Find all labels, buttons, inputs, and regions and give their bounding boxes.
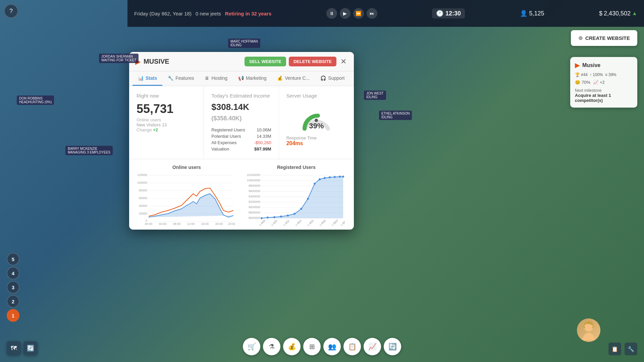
delete-website-button[interactable]: DELETE WEBSITE (289, 57, 336, 66)
play-fast-button[interactable]: ⏩ (353, 8, 364, 19)
registered-chart-svg: 10200000 10000000 9800000 9600000 940000… (244, 172, 345, 226)
tab-hosting[interactable]: 🖥 Hosting (199, 71, 232, 86)
toolbar-finance-button[interactable]: 💰 (283, 338, 301, 355)
stat-card-server: Server Usage 39% Response Time 204ms (279, 86, 354, 159)
svg-text:20:00: 20:00 (215, 222, 223, 226)
features-icon: 🔧 (168, 75, 173, 81)
svg-text:23:00: 23:00 (228, 222, 235, 226)
modal-header: ▶ MUSIVE SELL WEBSITE DELETE WEBSITE ✕ (129, 52, 354, 71)
svg-text:20000: 20000 (139, 212, 147, 215)
marketing-icon: 📢 (238, 75, 244, 81)
users-display: 👤 5,125 (520, 10, 544, 17)
svg-text:Day 850: Day 850 (268, 219, 278, 226)
svg-text:00:00: 00:00 (145, 222, 153, 226)
online-chart-title: Online users (135, 165, 239, 170)
stats-cards: Right now 55,731 Online users New Visito… (129, 86, 354, 159)
svg-text:9000000: 9000000 (249, 205, 260, 209)
registered-users-row: Registered Users 10.06M (211, 127, 271, 133)
tab-marketing[interactable]: 📢 Marketing (233, 71, 272, 86)
svg-text:Day 852: Day 852 (280, 219, 290, 226)
toolbar-share-button[interactable]: 🔄 (384, 338, 401, 355)
clipboard-icon[interactable]: 📋 (608, 343, 621, 355)
svg-text:04:00: 04:00 (159, 222, 167, 226)
tab-venture[interactable]: 💰 Venture C... (272, 71, 315, 86)
hosting-icon: 🖥 (205, 75, 209, 81)
svg-point-49 (319, 178, 321, 180)
svg-text:Day B60: Day B60 (328, 219, 338, 226)
response-time-value: 204ms (286, 140, 303, 146)
stats-icon: 📊 (138, 75, 144, 81)
side-panel: ▶ Musive 🏆 #44 ↑ 100% ≡ 39% 😊 70% 📈 +2 N… (570, 57, 637, 108)
pause-button[interactable]: ⏸ (326, 8, 337, 19)
toolbar-shop-button[interactable]: 🛒 (243, 338, 260, 355)
side-market: ≡ 39% (605, 72, 616, 77)
help-button[interactable]: ? (4, 4, 18, 18)
charts-area: Online users 120000 100000 80000 60000 4… (129, 159, 354, 230)
side-growth: 📈 +2 (593, 80, 605, 85)
side-satisfaction: 😊 70% (575, 80, 590, 85)
map-button[interactable]: 🗺 (7, 341, 21, 355)
arrow-up-icon: ↑ (590, 72, 592, 77)
sell-website-button[interactable]: SELL WEBSITE (245, 57, 286, 66)
income-value: $308.14K (211, 102, 249, 112)
svg-text:12:00: 12:00 (187, 222, 195, 226)
floor-5[interactable]: 5 (7, 253, 19, 265)
svg-point-48 (314, 183, 316, 185)
worker-jon: JON WEST IDLING (364, 90, 386, 100)
svg-text:8800000: 8800000 (249, 211, 260, 214)
svg-text:100000: 100000 (137, 181, 147, 184)
income-label: Today's Estimated Income (211, 93, 271, 99)
valuation-row: Valuation $97.99M (211, 146, 271, 152)
svg-text:Day 858: Day 858 (316, 219, 326, 226)
server-label: Server Usage (286, 93, 317, 99)
svg-point-43 (280, 216, 282, 218)
floor-3[interactable]: 3 (7, 281, 19, 294)
play-button[interactable]: ▶ (340, 8, 351, 19)
tab-features[interactable]: 🔧 Features (162, 71, 199, 86)
svg-text:9200000: 9200000 (249, 200, 260, 203)
create-website-button[interactable]: ⊕ CREATE WEBSITE (571, 30, 637, 46)
svg-point-40 (261, 217, 263, 219)
side-rank-up: ↑ 100% (590, 72, 603, 77)
retiring-info: Retiring in 32 years (225, 11, 271, 16)
modal-title-text: MUSIVE (144, 58, 169, 65)
svg-text:40000: 40000 (139, 204, 147, 207)
toolbar-research-button[interactable]: ⚗ (263, 338, 280, 355)
day-info: Friday (Day 862, Year 18) (134, 11, 192, 16)
svg-point-52 (334, 176, 336, 178)
toolbar-people-button[interactable]: 👥 (323, 338, 341, 355)
svg-point-46 (300, 208, 302, 210)
bottom-left-controls: 🗺 🔄 (7, 341, 38, 355)
modal-tabs: 📊 Stats 🔧 Features 🖥 Hosting 📢 Marketing… (129, 71, 354, 86)
top-bar: Friday (Day 862, Year 18) 0 new jeets Re… (127, 0, 644, 27)
fast-forward-button[interactable]: ⏭ (367, 8, 377, 19)
expenses-row: All Expenses -$50,260 (211, 139, 271, 146)
toolbar-stats-button[interactable]: 📈 (364, 338, 381, 355)
floor-4[interactable]: 4 (7, 267, 19, 280)
server-gauge: 39% (300, 102, 333, 129)
svg-point-53 (339, 176, 341, 178)
close-modal-button[interactable]: ✕ (339, 57, 348, 66)
worker-barry: BARRY MCKENZIE MANAGING 3 EMPLOYEES (65, 146, 113, 155)
toolbar-grid-button[interactable]: ⊞ (303, 338, 321, 355)
floor-1[interactable]: 1 (7, 309, 19, 322)
money-trend-icon: ▲ (632, 10, 637, 16)
tab-support[interactable]: 🎧 Support (315, 71, 350, 86)
satisfaction-icon: 😊 (575, 80, 580, 85)
tab-stats[interactable]: 📊 Stats (132, 71, 162, 86)
online-users-label: Online users (137, 117, 196, 122)
wrench-icon[interactable]: 🔧 (625, 343, 637, 355)
top-bar-left: Friday (Day 862, Year 18) 0 new jeets Re… (134, 11, 271, 16)
svg-text:60000: 60000 (139, 196, 147, 200)
floor-2[interactable]: 2 (7, 295, 19, 308)
avatar-circle (577, 318, 600, 342)
side-rank: 🏆 #44 (575, 72, 588, 77)
modal-title: ▶ MUSIVE (135, 58, 169, 66)
toolbar-tasks-button[interactable]: 📋 (343, 338, 361, 355)
svg-text:9800000: 9800000 (249, 184, 260, 187)
side-milestone: Next milestone Acquire at least 1 compet… (575, 88, 633, 103)
refresh-button[interactable]: 🔄 (23, 341, 38, 355)
stat-card-online: Right now 55,731 Online users New Visito… (129, 86, 204, 159)
users-icon: 👤 (520, 10, 527, 17)
change-label: Change +2 (137, 127, 196, 132)
